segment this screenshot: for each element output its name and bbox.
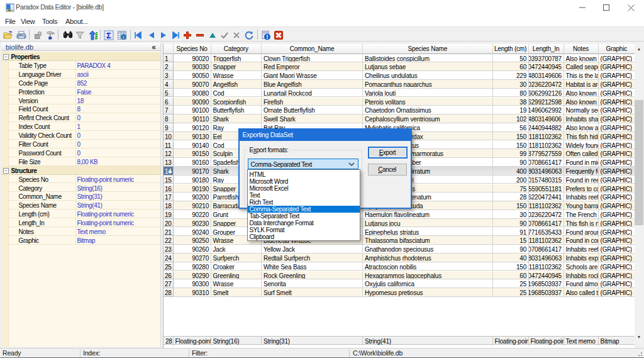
svg-text:Σ: Σ bbox=[106, 31, 111, 40]
svg-text:i: i bbox=[123, 35, 125, 40]
